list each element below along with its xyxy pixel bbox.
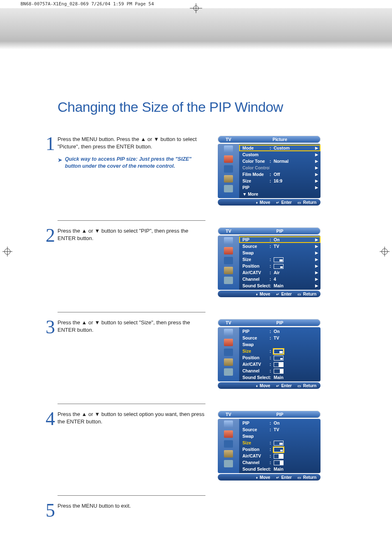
osd-row-label: PIP xyxy=(242,237,270,242)
step-2-instruction: Press the ▲ or ▼ button to select "PIP",… xyxy=(58,227,205,242)
picture-category-icon[interactable] xyxy=(224,146,233,153)
osd-menu-row[interactable]: Air/CATV : xyxy=(239,361,321,367)
osd-menu-row[interactable]: Custom ▶ xyxy=(239,151,321,158)
setup-category-icon[interactable] xyxy=(224,175,233,183)
osd-menu-row[interactable]: Position : xyxy=(239,354,321,361)
channel-category-icon[interactable] xyxy=(224,257,233,264)
osd-table: PIP : On Source : TV Swap Size : Positio… xyxy=(239,419,321,473)
osd-menu-row[interactable]: PIP : On ▶ xyxy=(239,236,321,243)
osd-menu-row[interactable]: Color Tone : Normal ▶ xyxy=(239,158,321,164)
osd-menu-row[interactable]: Swap ▶ xyxy=(239,250,321,256)
support-category-icon[interactable] xyxy=(224,460,233,467)
step-number: 4 xyxy=(41,412,55,425)
osd-move-hint: ♦ Move xyxy=(256,475,270,480)
picture-category-icon[interactable] xyxy=(224,237,233,245)
setup-category-icon[interactable] xyxy=(224,358,233,366)
channel-category-icon[interactable] xyxy=(224,165,233,173)
picture-category-icon[interactable] xyxy=(224,421,233,428)
osd-row-value: 16:9 xyxy=(274,178,314,183)
page-title: Changing the Size of the PIP Window xyxy=(58,99,363,115)
osd-row-value: Normal xyxy=(274,159,314,164)
setup-category-icon[interactable] xyxy=(224,450,233,458)
osd-menu-row[interactable]: Air/CATV : xyxy=(239,453,321,459)
updown-icon: ♦ xyxy=(256,292,258,296)
osd-menu-row[interactable]: PIP : On xyxy=(239,420,321,426)
return-icon: ▭ xyxy=(297,292,301,296)
osd-menu-row[interactable]: Sound Select : Main xyxy=(239,466,321,472)
channel-category-icon[interactable] xyxy=(224,440,233,448)
osd-menu-row[interactable]: Air/CATV : Air ▶ xyxy=(239,269,321,276)
support-category-icon[interactable] xyxy=(224,277,233,284)
osd-row-value: On xyxy=(274,329,314,334)
step-1-instruction: Press the MENU button. Press the ▲ or ▼ … xyxy=(58,136,197,150)
osd-sidebar xyxy=(218,144,239,198)
osd-menu-row[interactable]: Mode : Custom ▶ xyxy=(239,145,321,151)
osd-menu-row[interactable]: Size : xyxy=(239,348,321,354)
support-category-icon[interactable] xyxy=(224,368,233,376)
setup-category-icon[interactable] xyxy=(224,267,233,274)
sound-category-icon[interactable] xyxy=(224,155,233,163)
osd-menu-row[interactable]: Channel : xyxy=(239,367,321,374)
osd-return-hint: ▭ Return xyxy=(297,292,316,296)
separator xyxy=(58,495,205,496)
osd-menu-row[interactable]: PIP ▶ xyxy=(239,184,321,191)
osd-row-value: On xyxy=(274,237,314,242)
osd-header: TV PIP xyxy=(218,227,321,235)
osd-menu-row[interactable]: Film Mode : Off ▶ xyxy=(239,171,321,178)
osd-menu-row[interactable]: Channel : 4 ▶ xyxy=(239,276,321,282)
osd-row-colon: : xyxy=(270,368,274,373)
osd-move-hint: ♦ Move xyxy=(256,200,270,205)
osd-menu-row[interactable]: PIP : On xyxy=(239,328,321,335)
osd-menu-row[interactable]: Sound Select : Main ▶ xyxy=(239,282,321,289)
osd-move-hint: ♦ Move xyxy=(256,384,270,388)
chevron-right-icon: ▶ xyxy=(314,185,318,189)
osd-menu-row[interactable]: Source : TV xyxy=(239,426,321,433)
osd-menu-row[interactable]: Size : xyxy=(239,439,321,446)
osd-row-label: Swap xyxy=(242,342,270,347)
osd-tv-label: TV xyxy=(218,412,239,417)
osd-menu-row[interactable]: Swap xyxy=(239,341,321,348)
step-1-row: 1 Press the MENU button. Press the ▲ or … xyxy=(41,136,363,210)
osd-menu-row[interactable]: Position : xyxy=(239,446,321,453)
support-category-icon[interactable] xyxy=(224,185,233,192)
osd-row-label: Position xyxy=(242,355,270,360)
osd-row-colon: : xyxy=(270,329,274,334)
osd-sidebar xyxy=(218,327,239,381)
osd-row-value: TV xyxy=(274,427,314,432)
tip-text: Quick way to access PIP size: Just press… xyxy=(65,156,205,170)
step-2-row: 2 Press the ▲ or ▼ button to select "PIP… xyxy=(41,227,363,301)
osd-return-hint: ▭ Return xyxy=(297,475,316,480)
osd-menu-row[interactable]: Source : TV ▶ xyxy=(239,243,321,250)
osd-row-colon: : xyxy=(270,237,274,242)
picture-category-icon[interactable] xyxy=(224,329,233,336)
sound-category-icon[interactable] xyxy=(224,339,233,346)
step-number: 3 xyxy=(41,321,55,334)
channel-category-icon[interactable] xyxy=(224,349,233,356)
osd-row-colon: : xyxy=(270,270,274,275)
chevron-right-icon: ▶ xyxy=(314,257,318,261)
osd-menu-row[interactable]: Size : 16:9 ▶ xyxy=(239,178,321,184)
osd-row-label: Mode xyxy=(242,146,270,150)
osd-menu-row[interactable]: Channel : xyxy=(239,459,321,466)
osd-move-hint: ♦ Move xyxy=(256,292,270,296)
osd-row-colon: : xyxy=(270,349,274,354)
osd-menu-row[interactable]: Position : ▶ xyxy=(239,263,321,269)
osd-menu-row[interactable]: ▼ More xyxy=(239,191,321,197)
osd-row-value: 4 xyxy=(274,277,314,282)
step-number: 2 xyxy=(41,229,55,242)
osd-menu-title: Picture xyxy=(239,137,321,142)
osd-row-colon: : xyxy=(270,283,274,288)
osd-footer: ♦ Move ↵ Enter ▭ Return xyxy=(218,291,321,297)
osd-menu-row[interactable]: Color Control ▶ xyxy=(239,164,321,171)
osd-menu-row[interactable]: Sound Select : Main xyxy=(239,374,321,381)
osd-footer: ♦ Move ↵ Enter ▭ Return xyxy=(218,474,321,481)
osd-row-label: Swap xyxy=(242,434,270,439)
osd-row-value xyxy=(274,263,314,268)
osd-menu-row[interactable]: Swap xyxy=(239,433,321,439)
sound-category-icon[interactable] xyxy=(224,247,233,254)
osd-menu-row[interactable]: Size : ▶ xyxy=(239,256,321,263)
chevron-right-icon: ▶ xyxy=(314,284,318,288)
osd-menu-row[interactable]: Source : TV xyxy=(239,335,321,341)
sound-category-icon[interactable] xyxy=(224,430,233,438)
osd-header: TV PIP xyxy=(218,319,321,326)
